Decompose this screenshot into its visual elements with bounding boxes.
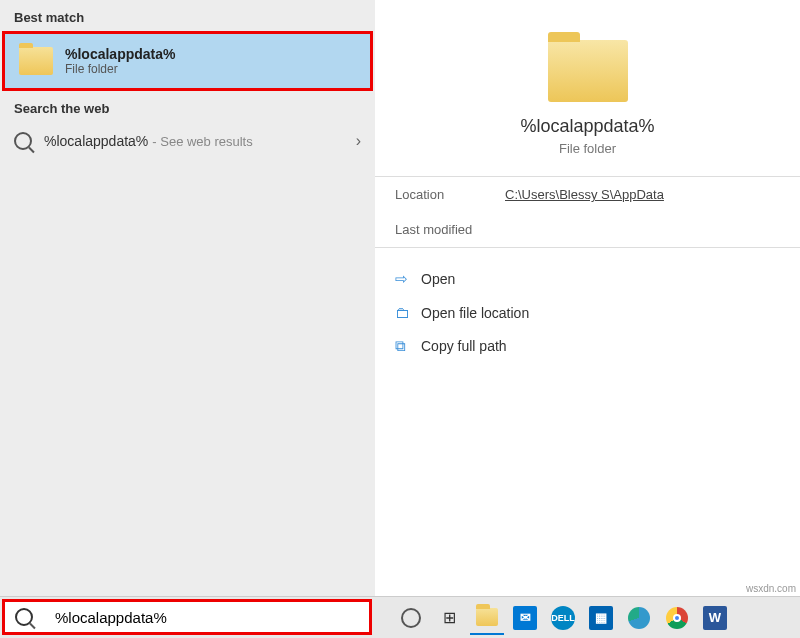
chrome-icon[interactable] bbox=[660, 601, 694, 635]
modified-label: Last modified bbox=[395, 222, 505, 237]
web-query: %localappdata% bbox=[44, 133, 148, 149]
search-icon bbox=[15, 608, 33, 626]
action-copy-path[interactable]: ⧉ Copy full path bbox=[395, 329, 780, 363]
location-label: Location bbox=[395, 187, 505, 202]
taskbar-search[interactable] bbox=[2, 599, 372, 635]
app-icon[interactable]: ▦ bbox=[584, 601, 618, 635]
action-open[interactable]: ⇨ Open bbox=[395, 262, 780, 296]
best-match-title: %localappdata% bbox=[65, 46, 175, 62]
copy-icon: ⧉ bbox=[395, 337, 421, 355]
taskbar: ⊞ ✉ DELL ▦ W bbox=[0, 596, 800, 638]
results-panel: Best match %localappdata% File folder Se… bbox=[0, 0, 375, 596]
dell-icon[interactable]: DELL bbox=[546, 601, 580, 635]
best-match-subtitle: File folder bbox=[65, 62, 175, 76]
location-value[interactable]: C:\Users\Blessy S\AppData bbox=[505, 187, 664, 202]
web-result-item[interactable]: %localappdata% - See web results › bbox=[0, 122, 375, 160]
search-web-header: Search the web bbox=[0, 91, 375, 122]
open-icon: ⇨ bbox=[395, 270, 421, 288]
cortana-icon[interactable] bbox=[394, 601, 428, 635]
file-location-icon: 🗀 bbox=[395, 304, 421, 321]
watermark: wsxdn.com bbox=[746, 583, 796, 594]
action-open-location[interactable]: 🗀 Open file location bbox=[395, 296, 780, 329]
word-icon[interactable]: W bbox=[698, 601, 732, 635]
meta-location: Location C:\Users\Blessy S\AppData bbox=[395, 177, 780, 212]
chevron-right-icon: › bbox=[356, 132, 361, 150]
best-match-header: Best match bbox=[0, 0, 375, 31]
meta-modified: Last modified bbox=[395, 212, 780, 247]
file-explorer-icon[interactable] bbox=[470, 601, 504, 635]
folder-icon bbox=[19, 47, 53, 75]
preview-panel: %localappdata% File folder Location C:\U… bbox=[375, 0, 800, 596]
edge-icon[interactable] bbox=[622, 601, 656, 635]
preview-subtitle: File folder bbox=[395, 141, 780, 156]
task-view-icon[interactable]: ⊞ bbox=[432, 601, 466, 635]
search-input[interactable] bbox=[55, 609, 359, 626]
best-match-item[interactable]: %localappdata% File folder bbox=[2, 31, 373, 91]
preview-title: %localappdata% bbox=[395, 116, 780, 137]
web-hint: - See web results bbox=[152, 134, 252, 149]
mail-icon[interactable]: ✉ bbox=[508, 601, 542, 635]
folder-large-icon bbox=[548, 40, 628, 102]
search-icon bbox=[14, 132, 32, 150]
